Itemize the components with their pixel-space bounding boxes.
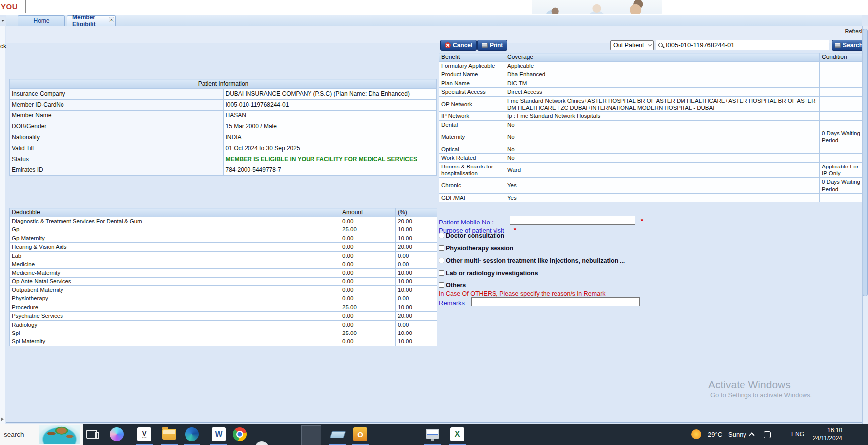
weather-temp[interactable]: 29°C — [708, 431, 722, 438]
printer-icon — [482, 43, 488, 48]
patient-type-select[interactable]: Out Patient — [610, 40, 654, 50]
deductible-percent: 10.00 — [396, 225, 437, 234]
scroll-left-arrow-icon[interactable] — [1, 417, 6, 421]
patient-mobile-label: Patient Mobile No : — [439, 219, 494, 226]
benefit-name: Rooms & Boards for hospitalisation — [439, 162, 505, 178]
tab-member-eligibility-label: Member Eligibilit — [72, 14, 110, 28]
patient-field-value: INDIA — [223, 132, 437, 143]
benefit-name: IP Network — [439, 112, 505, 120]
table-row: Physiotherapy 0.00 0.00 — [10, 294, 437, 303]
benefit-condition — [820, 62, 866, 70]
content-bottom-border — [6, 422, 862, 423]
task-view-icon[interactable] — [85, 427, 99, 441]
rail-dropdown-button[interactable] — [0, 17, 5, 24]
checkbox[interactable] — [439, 282, 444, 288]
benefit-condition — [820, 145, 866, 153]
deductible-amount: 0.00 — [340, 217, 396, 225]
checkbox[interactable] — [439, 233, 444, 238]
benefit-coverage: Ward — [505, 162, 820, 178]
patient-field-label: Member ID-CardNo — [10, 100, 224, 111]
activate-windows-watermark: Activate Windows — [708, 379, 791, 390]
copilot-icon[interactable] — [110, 427, 124, 441]
checkbox[interactable] — [439, 270, 444, 276]
vertical-scrollbar-thumb[interactable] — [863, 29, 868, 296]
deductible-service: Op Ante-Natal Services — [10, 277, 340, 285]
excel-letter: X — [455, 430, 460, 439]
remarks-input[interactable] — [471, 297, 640, 306]
deductible-percent: 0.00 — [396, 320, 437, 329]
clock[interactable]: 16:10 24/11/2024 — [807, 426, 842, 442]
checkbox[interactable] — [439, 245, 444, 251]
benefit-coverage: Ip : Fmc Standard Network Hospitals — [505, 112, 820, 120]
benefit-coverage: Yes — [505, 194, 820, 202]
table-row: Spl Maternity 0.00 10.00 — [10, 337, 437, 346]
mobile-required-marker: * — [641, 217, 643, 224]
deductible-amount: 0.00 — [340, 243, 396, 251]
word-icon[interactable]: W — [212, 427, 226, 441]
benefit-header-row: Benefit Coverage Condition — [439, 53, 866, 62]
deductible-table: Deductible Amount (%) Diagnostic & Treat… — [9, 208, 437, 346]
table-row: Spl 25.00 10.00 — [10, 329, 437, 337]
outlook-icon[interactable]: O — [353, 427, 367, 441]
table-row: Outpatient Maternity 0.00 10.00 — [10, 286, 437, 294]
others-note: In Case Of OTHERS, Please specify the re… — [439, 290, 606, 297]
table-row: Maternity No 0 Days Waiting Period — [439, 129, 866, 145]
tab-bar: Home Member Eligibilit x — [6, 15, 862, 26]
word-letter: W — [215, 430, 222, 439]
table-row: Optical No — [439, 145, 866, 153]
deductible-service: Physiotherapy — [10, 294, 340, 303]
search-input[interactable] — [665, 41, 827, 49]
chrome-icon[interactable] — [233, 427, 247, 441]
deductible-percent: 20.00 — [396, 312, 437, 320]
deductible-amount: 0.00 — [340, 337, 396, 346]
screen-clip-icon[interactable] — [764, 431, 771, 438]
deductible-percent: 10.00 — [396, 286, 437, 294]
table-row: Product Name Dha Enhanced — [439, 70, 866, 79]
tab-member-eligibility[interactable]: Member Eligibilit x — [67, 15, 116, 26]
tab-home[interactable]: Home — [18, 15, 65, 26]
print-button[interactable]: Print — [477, 40, 507, 51]
chevron-down-icon — [648, 42, 652, 46]
app-header — [0, 0, 868, 15]
percent-header: (%) — [396, 208, 437, 217]
cancel-button[interactable]: Cancel — [440, 40, 477, 51]
deductible-service: Lab — [10, 251, 340, 260]
close-icon[interactable]: x — [109, 17, 114, 22]
file-explorer-icon[interactable] — [162, 427, 176, 441]
header-people-photo — [532, 0, 662, 14]
deductible-amount: 0.00 — [340, 312, 396, 320]
table-row: Radiology 0.00 0.00 — [10, 320, 437, 329]
benefit-name: Formulary Applicable — [439, 62, 505, 70]
table-row: Medicine 0.00 0.00 — [10, 260, 437, 268]
deductible-amount: 25.00 — [340, 329, 396, 337]
resource-monitor-icon[interactable] — [426, 427, 439, 441]
table-row: Lab 0.00 0.00 — [10, 251, 437, 260]
activate-windows-hint: Go to Settings to activate Windows. — [710, 391, 812, 399]
deductible-amount: 0.00 — [340, 251, 396, 260]
patient-mobile-input[interactable] — [510, 216, 635, 225]
weather-sun-icon[interactable] — [691, 429, 701, 439]
checkbox-label: Doctor consultation — [446, 232, 504, 239]
patient-field-value: 784-2000-5449778-7 — [223, 165, 437, 176]
benefit-header: Benefit — [439, 53, 505, 62]
search-highlight-image[interactable] — [39, 425, 80, 444]
deductible-amount: 25.00 — [340, 225, 396, 234]
refresh-link[interactable]: Refresh — [845, 28, 864, 34]
purpose-checkbox-row: Lab or radiology investigations — [439, 270, 625, 276]
weather-desc[interactable]: Sunny — [728, 431, 746, 438]
benefit-coverage: DIC TM — [505, 79, 820, 87]
scanner-icon[interactable] — [331, 427, 345, 441]
language-indicator[interactable]: ENG — [791, 431, 804, 438]
deductible-service: Diagnostic & Treatment Services For Dent… — [10, 217, 340, 225]
checkbox[interactable] — [439, 258, 444, 263]
patient-field-label: Valid Till — [10, 143, 224, 154]
benefit-name: Optical — [439, 145, 505, 153]
purpose-checkbox-row: Other multi- session treatment like inje… — [439, 257, 625, 264]
excel-icon[interactable]: X — [450, 427, 464, 441]
table-row: Nationality INDIA — [10, 132, 437, 143]
visio-icon[interactable]: VAPP — [137, 427, 151, 441]
edge-icon[interactable] — [185, 427, 199, 441]
benefit-coverage: Applicable — [505, 62, 820, 70]
deductible-service: Outpatient Maternity — [10, 286, 340, 294]
search-button[interactable]: Search — [832, 40, 866, 51]
